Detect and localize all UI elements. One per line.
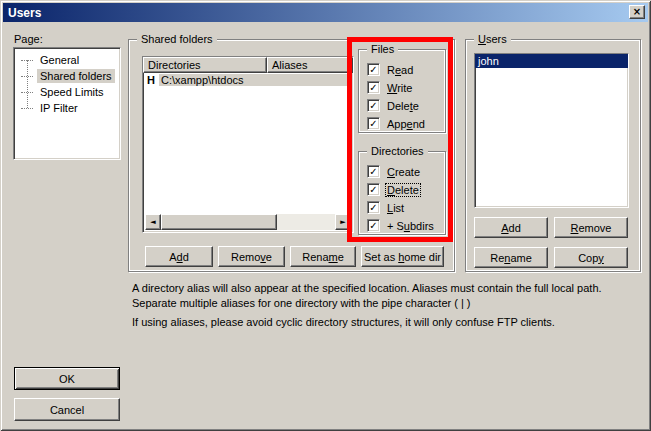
close-button[interactable]: × (629, 5, 645, 19)
button-label: Add (501, 222, 521, 234)
users-group-label: Users (474, 33, 511, 46)
directories-permissions-group: Directories ✓ Create ✓ Delete ✓ List ✓ +… (358, 151, 446, 235)
page-label: Page: (14, 33, 43, 45)
page-item-general[interactable]: General (14, 52, 120, 68)
tree-branch-icon (21, 92, 33, 93)
directory-row[interactable]: H C:\xampp\htdocs (143, 73, 353, 87)
button-label: Rename (490, 252, 532, 264)
cancel-button[interactable]: Cancel (14, 398, 120, 421)
button-label: Remove (571, 222, 612, 234)
checkbox-checked-icon: ✓ (367, 81, 380, 94)
page-item-ip-filter[interactable]: IP Filter (14, 100, 120, 116)
rename-directory-button[interactable]: Rename (290, 246, 356, 267)
users-group: Users john Add Remove Rename Copy (465, 39, 641, 272)
column-header-aliases[interactable]: Aliases (267, 57, 353, 73)
remove-directory-button[interactable]: Remove (218, 246, 285, 267)
button-label: Copy (578, 252, 604, 264)
tree-branch-icon (21, 76, 33, 77)
arrow-left-icon: ◄ (150, 219, 155, 226)
shared-folders-group-label: Shared folders (137, 33, 217, 46)
checkbox-files-write[interactable]: ✓ Write (367, 81, 414, 94)
page-item-label: Speed Limits (37, 85, 107, 99)
directories-list[interactable]: Directories Aliases H C:\xampp\htdocs ◄ … (142, 56, 354, 233)
scroll-right-button[interactable]: ► (335, 214, 351, 230)
title-bar[interactable]: Users × (3, 3, 648, 22)
files-group-label: Files (367, 43, 398, 56)
users-list[interactable]: john (474, 53, 629, 208)
scroll-left-button[interactable]: ◄ (145, 214, 161, 230)
button-label: Remove (231, 251, 272, 263)
button-label: Add (169, 251, 189, 263)
remove-user-button[interactable]: Remove (554, 217, 628, 238)
home-flag: H (143, 74, 159, 86)
user-list-item[interactable]: john (475, 54, 628, 68)
page-item-label: General (37, 53, 82, 67)
tree-branch-icon (21, 60, 33, 61)
checkbox-label: List (385, 201, 406, 215)
directories-list-header: Directories Aliases (143, 57, 353, 73)
checkbox-label: + Subdirs (385, 219, 436, 233)
scrollbar-track[interactable] (161, 214, 335, 230)
checkbox-files-append[interactable]: ✓ Append (367, 117, 427, 130)
checkbox-label: Append (385, 117, 427, 131)
page-item-shared-folders[interactable]: Shared folders (14, 68, 120, 84)
checkbox-checked-icon: ✓ (367, 219, 380, 232)
scrollbar-thumb[interactable] (161, 214, 277, 230)
checkbox-dirs-create[interactable]: ✓ Create (367, 165, 422, 178)
button-label: OK (59, 373, 75, 385)
add-user-button[interactable]: Add (474, 217, 548, 238)
checkbox-label: Delete (385, 183, 421, 197)
checkbox-checked-icon: ✓ (367, 183, 380, 196)
button-label: Set as home dir (364, 251, 441, 263)
alias-note-text: A directory alias will also appear at th… (132, 281, 637, 311)
checkbox-checked-icon: ✓ (367, 201, 380, 214)
button-label: Cancel (50, 404, 84, 416)
checkbox-dirs-subdirs[interactable]: ✓ + Subdirs (367, 219, 436, 232)
directory-path: C:\xampp\htdocs (159, 74, 353, 86)
checkbox-checked-icon: ✓ (367, 117, 380, 130)
add-directory-button[interactable]: Add (145, 246, 213, 267)
button-label: Rename (302, 251, 344, 263)
page-list[interactable]: General Shared folders Speed Limits IP F… (13, 47, 121, 160)
arrow-right-icon: ► (340, 219, 345, 226)
files-permissions-group: Files ✓ Read ✓ Write ✓ Delete ✓ Append (358, 49, 446, 133)
checkbox-files-read[interactable]: ✓ Read (367, 63, 415, 76)
checkbox-label: Write (385, 81, 414, 95)
checkbox-checked-icon: ✓ (367, 63, 380, 76)
close-icon: × (633, 7, 641, 17)
ok-button[interactable]: OK (14, 367, 120, 390)
checkbox-label: Create (385, 165, 422, 179)
checkbox-label: Delete (385, 99, 421, 113)
window-title: Users (3, 6, 41, 20)
page-item-speed-limits[interactable]: Speed Limits (14, 84, 120, 100)
checkbox-label: Read (385, 63, 415, 77)
checkbox-checked-icon: ✓ (367, 99, 380, 112)
checkbox-dirs-delete[interactable]: ✓ Delete (367, 183, 421, 196)
checkbox-files-delete[interactable]: ✓ Delete (367, 99, 421, 112)
horizontal-scrollbar[interactable]: ◄ ► (145, 214, 351, 230)
copy-user-button[interactable]: Copy (554, 247, 628, 268)
page-item-label: IP Filter (37, 101, 81, 115)
directories-group-label: Directories (367, 145, 428, 158)
tree-branch-icon (21, 108, 33, 109)
column-header-directories[interactable]: Directories (143, 57, 267, 73)
users-dialog: Users × Page: General Shared folders Spe… (0, 0, 651, 431)
rename-user-button[interactable]: Rename (474, 247, 548, 268)
cyclic-note-text: If using aliases, please avoid cyclic di… (132, 315, 637, 330)
set-as-home-dir-button[interactable]: Set as home dir (361, 246, 444, 267)
checkbox-checked-icon: ✓ (367, 165, 380, 178)
checkbox-dirs-list[interactable]: ✓ List (367, 201, 406, 214)
page-item-label: Shared folders (37, 69, 115, 83)
